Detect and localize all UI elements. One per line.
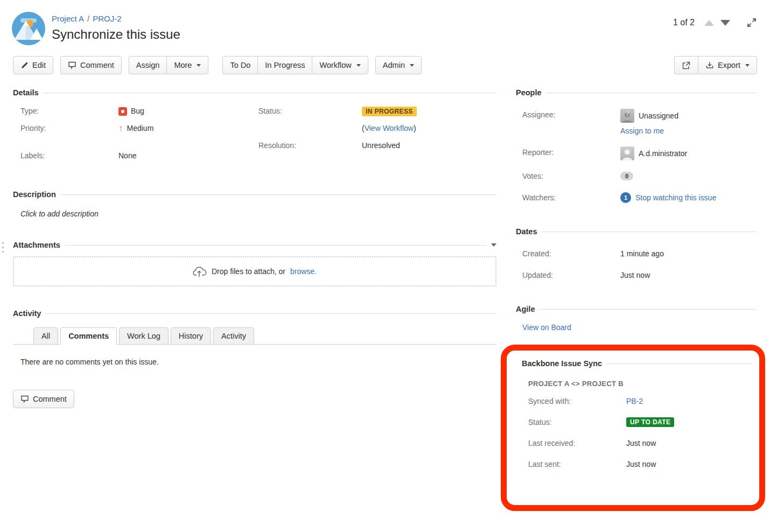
type-value: Bug xyxy=(131,106,144,117)
description-placeholder[interactable]: Click to add description xyxy=(20,209,496,218)
view-workflow-link[interactable]: View Workflow xyxy=(365,123,414,134)
status-field: Status: IN PROGRESS xyxy=(258,106,496,117)
attachments-module: Attachments Drop files to attach, or bro… xyxy=(13,241,496,286)
admin-button[interactable]: Admin xyxy=(375,56,422,74)
status-badge: IN PROGRESS xyxy=(362,107,417,116)
tab-activity[interactable]: Activity xyxy=(213,327,254,345)
watchers-badge[interactable]: 1 xyxy=(620,192,631,203)
priority-value: Medium xyxy=(127,123,154,134)
assignee-field: Assignee: ? Unassigned xyxy=(522,109,757,123)
agile-heading: Agile xyxy=(516,305,535,313)
view-workflow-row: (View Workflow) xyxy=(258,123,496,134)
labels-field: Labels: None xyxy=(20,150,258,162)
comment-footer-button[interactable]: Comment xyxy=(13,390,74,408)
watchers-field: Watchers: 1 Stop watching this issue xyxy=(522,192,757,204)
project-avatar[interactable] xyxy=(12,12,45,45)
tab-work-log[interactable]: Work Log xyxy=(119,327,169,345)
votes-badge[interactable]: 0 xyxy=(620,172,633,180)
workflow-transition-group: To Do In Progress Workflow xyxy=(222,56,368,74)
pager-position: 1 of 2 xyxy=(673,18,695,27)
last-received-value: Just now xyxy=(626,437,656,449)
attachments-menu-icon[interactable] xyxy=(491,243,496,247)
priority-medium-icon: ↑ xyxy=(118,124,123,133)
synced-with-field: Synced with: PB-2 xyxy=(528,395,752,407)
priority-field: Priority: ↑Medium xyxy=(20,123,258,134)
last-sent-field: Last sent: Just now xyxy=(528,458,752,470)
activity-tabs: All Comments Work Log History Activity xyxy=(13,327,496,345)
panel-resize-handle[interactable] xyxy=(2,242,4,253)
pencil-icon xyxy=(20,61,29,69)
agile-module: Agile View on Board xyxy=(516,305,757,332)
share-icon xyxy=(682,61,691,70)
dates-module: Dates Created: 1 minute ago Updated: Jus… xyxy=(516,227,757,281)
created-value: 1 minute ago xyxy=(620,248,664,260)
created-field: Created: 1 minute ago xyxy=(522,248,757,260)
speech-bubble-icon xyxy=(20,395,29,403)
assign-more-group: Assign More xyxy=(129,56,209,74)
share-export-group: Export xyxy=(674,56,757,74)
resolution-value: Unresolved xyxy=(362,140,400,151)
assign-to-me-row: Assign to me xyxy=(522,125,757,137)
issue-toolbar: Edit Comment Assign More To Do In Progre… xyxy=(13,56,757,74)
tab-comments[interactable]: Comments xyxy=(60,327,117,345)
updated-field: Updated: Just now xyxy=(522,269,757,281)
people-heading: People xyxy=(516,88,542,97)
chevron-down-icon xyxy=(197,64,201,67)
breadcrumb-separator: / xyxy=(87,14,89,23)
reporter-avatar-icon xyxy=(620,146,634,160)
annotation-highlight-box: Backbone Issue Sync PROJECT A <> PROJECT… xyxy=(501,345,765,511)
previous-issue-icon[interactable] xyxy=(704,20,714,26)
chevron-down-icon xyxy=(410,64,414,67)
attachments-heading: Attachments xyxy=(13,241,60,249)
assignee-value: Unassigned xyxy=(639,110,678,122)
assign-to-me-link[interactable]: Assign to me xyxy=(620,125,664,137)
chevron-down-icon xyxy=(745,64,750,67)
description-module: Description Click to add description xyxy=(13,190,496,218)
details-heading: Details xyxy=(13,88,39,97)
assign-button[interactable]: Assign xyxy=(129,56,167,74)
dates-heading: Dates xyxy=(516,227,537,236)
tab-all[interactable]: All xyxy=(33,327,58,345)
sync-connection-label: PROJECT A <> PROJECT B xyxy=(528,380,752,388)
synced-issue-link[interactable]: PB-2 xyxy=(626,395,643,407)
reporter-field: Reporter: A.d.ministrator xyxy=(522,146,757,160)
view-on-board-link[interactable]: View on Board xyxy=(522,323,571,332)
details-module: Details Type: Bug Priority: ↑Medium Labe… xyxy=(13,88,496,167)
dropzone-text: Drop files to attach, or xyxy=(212,267,285,276)
page-title: Synchronize this issue xyxy=(52,27,180,42)
expand-icon[interactable] xyxy=(746,17,757,28)
browse-link[interactable]: browse. xyxy=(290,267,317,276)
tab-history[interactable]: History xyxy=(171,327,211,345)
no-comments-message: There are no comments yet on this issue. xyxy=(20,358,496,366)
description-heading: Description xyxy=(13,190,56,199)
in-progress-transition-button[interactable]: In Progress xyxy=(257,56,312,74)
todo-transition-button[interactable]: To Do xyxy=(222,56,257,74)
last-received-field: Last received: Just now xyxy=(528,437,752,449)
unassigned-avatar-icon: ? xyxy=(620,109,634,123)
backbone-sync-module: Backbone Issue Sync PROJECT A <> PROJECT… xyxy=(522,359,752,470)
reporter-value: A.d.ministrator xyxy=(639,148,687,159)
comment-button[interactable]: Comment xyxy=(60,56,122,74)
backbone-heading: Backbone Issue Sync xyxy=(522,359,602,368)
next-issue-icon[interactable] xyxy=(720,20,730,26)
type-field: Type: Bug xyxy=(20,106,258,117)
more-button[interactable]: More xyxy=(166,56,208,74)
share-button[interactable] xyxy=(674,56,698,74)
breadcrumb-issue-link[interactable]: PROJ-2 xyxy=(93,14,121,23)
bug-type-icon xyxy=(118,107,127,116)
sync-status-field: Status: UP TO DATE xyxy=(528,416,752,428)
export-button[interactable]: Export xyxy=(698,56,757,74)
issue-pager: 1 of 2 xyxy=(673,12,757,28)
resolution-field: Resolution: Unresolved xyxy=(258,140,496,151)
stop-watching-link[interactable]: Stop watching this issue xyxy=(635,192,716,204)
people-module: People Assignee: ? xyxy=(516,88,757,204)
edit-button[interactable]: Edit xyxy=(13,56,53,74)
attachments-dropzone[interactable]: Drop files to attach, or browse. xyxy=(13,256,496,286)
svg-text:?: ? xyxy=(626,110,629,117)
updated-value: Just now xyxy=(620,269,650,281)
workflow-button[interactable]: Workflow xyxy=(312,56,368,74)
votes-field: Votes: 0 xyxy=(522,170,757,182)
chevron-down-icon xyxy=(356,64,361,67)
breadcrumb-project-link[interactable]: Project A xyxy=(52,14,84,23)
activity-heading: Activity xyxy=(13,309,41,318)
